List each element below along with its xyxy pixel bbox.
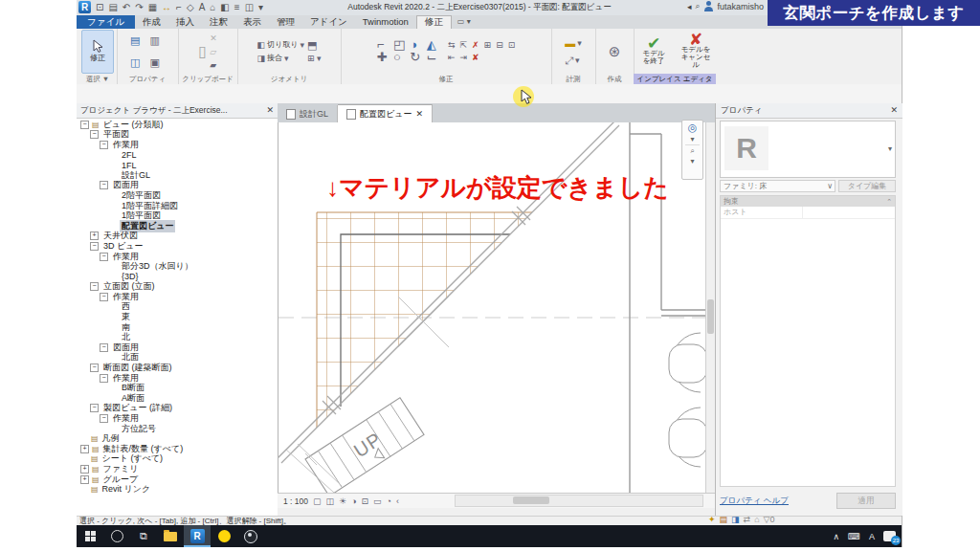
- tree-item[interactable]: 北: [77, 332, 278, 342]
- expander-icon[interactable]: −: [100, 343, 108, 352]
- tree-item[interactable]: 南: [77, 322, 278, 333]
- family-search-box[interactable]: ファミリ: 床 ∨: [720, 180, 835, 192]
- steering-wheel-icon[interactable]: ◎: [688, 121, 698, 134]
- paint-icon[interactable]: ⊞ ▾: [307, 53, 322, 64]
- apply-button[interactable]: 適用: [836, 493, 896, 509]
- obs-button[interactable]: [237, 525, 264, 547]
- tree-item[interactable]: −立面図 (立面): [77, 282, 278, 293]
- revit-taskbar-button[interactable]: R: [184, 525, 211, 547]
- expander-icon[interactable]: +: [80, 475, 89, 484]
- align-right-icon[interactable]: ⇥: [460, 52, 468, 63]
- start-button[interactable]: [77, 525, 103, 547]
- expander-icon[interactable]: +: [90, 231, 99, 240]
- tree-item[interactable]: ▤Revit リンク: [77, 484, 278, 495]
- tab-annotate[interactable]: 注釈: [202, 15, 235, 29]
- section-icon[interactable]: ◧: [220, 1, 229, 13]
- tree-item[interactable]: −断面図 (建築断面): [77, 363, 278, 373]
- close-icon[interactable]: ✕: [266, 103, 274, 118]
- array-icon[interactable]: ⇆: [448, 39, 456, 51]
- property-row[interactable]: ホスト: [721, 207, 895, 219]
- tab-manage[interactable]: 管理: [269, 15, 302, 29]
- tree-item[interactable]: B断面: [77, 383, 278, 393]
- dimension-icon[interactable]: ⤢: [565, 55, 573, 66]
- move-icon[interactable]: ✚: [377, 52, 389, 63]
- panel-measure-label[interactable]: 計測: [551, 74, 595, 84]
- tree-item[interactable]: −平面図: [77, 130, 278, 141]
- redo-icon[interactable]: ↷: [135, 1, 143, 13]
- undo-icon[interactable]: ↶: [122, 1, 130, 13]
- sync-icon[interactable]: ⊡: [96, 1, 103, 13]
- reveal-hidden-icon[interactable]: ‹: [396, 496, 399, 506]
- tag-icon[interactable]: ◇: [187, 1, 194, 13]
- tree-item[interactable]: 東: [77, 312, 278, 322]
- tree-item[interactable]: −作業用: [77, 140, 278, 150]
- join-geometry-button[interactable]: ◨ 接合 ▾: [257, 53, 304, 64]
- unpin-icon[interactable]: ⊟: [496, 39, 503, 51]
- view-tab-haichizu[interactable]: 配置図ビュー ✕: [338, 104, 433, 122]
- expander-icon[interactable]: −: [80, 121, 89, 129]
- expander-icon[interactable]: +: [80, 465, 89, 474]
- sun-path-icon[interactable]: ☀: [339, 496, 346, 506]
- tab-architecture[interactable]: 作成: [135, 15, 168, 29]
- recording-app-button[interactable]: [211, 525, 237, 547]
- tree-item[interactable]: 1階平面図: [77, 210, 278, 221]
- tab-twinmotion[interactable]: Twinmotion: [355, 15, 416, 29]
- show-crop-icon[interactable]: ▭: [373, 496, 382, 506]
- panel-create-label[interactable]: 作成: [595, 74, 634, 84]
- worksets-icon[interactable]: ✦: [708, 514, 716, 525]
- scale-icon[interactable]: ⇱: [460, 39, 468, 51]
- search-button[interactable]: [103, 525, 130, 547]
- expander-icon[interactable]: −: [90, 404, 99, 412]
- tree-item[interactable]: −図面用: [77, 342, 278, 353]
- close-view-icon[interactable]: ✕: [415, 109, 423, 119]
- task-view-button[interactable]: ⧉: [130, 525, 157, 547]
- user-avatar-icon[interactable]: [703, 1, 713, 11]
- tree-item[interactable]: 2FL: [77, 150, 278, 161]
- properties-toggle-icon[interactable]: ▣: [150, 56, 166, 68]
- expander-icon[interactable]: −: [90, 364, 99, 372]
- create-group-icon[interactable]: ⊛: [609, 46, 621, 57]
- vertical-scrollbar[interactable]: [705, 122, 715, 493]
- panel-inplace-label[interactable]: インプレイス エディタ: [634, 74, 716, 84]
- properties-header[interactable]: プロパティ ✕: [716, 103, 902, 119]
- copy-to-clipboard-icon[interactable]: ▱: [210, 46, 217, 57]
- crop-view-icon[interactable]: ⊡: [362, 496, 369, 506]
- constraints-section[interactable]: 拘束 ⌃: [721, 196, 895, 207]
- tab-view[interactable]: 表示: [235, 15, 269, 29]
- editable-only-icon[interactable]: ◨: [731, 514, 740, 525]
- tab-addins[interactable]: アドイン: [302, 15, 355, 29]
- tab-file[interactable]: ファイル: [77, 15, 135, 29]
- panel-geometry-label[interactable]: ジオメトリ: [237, 74, 341, 84]
- paste-icon[interactable]: ▯: [198, 46, 207, 57]
- demolish-icon[interactable]: ✘: [472, 52, 479, 63]
- measure-icon[interactable]: ↔: [162, 1, 171, 13]
- press-drag-icon[interactable]: ⌂: [754, 514, 759, 525]
- measure-between-icon[interactable]: ▬: [565, 37, 575, 49]
- tree-item[interactable]: −作業用: [77, 292, 278, 302]
- horizontal-scrollbar[interactable]: [455, 495, 703, 507]
- pin-icon[interactable]: ⊞: [484, 39, 492, 51]
- tree-item[interactable]: −製図ビュー (詳細): [77, 404, 278, 414]
- tree-item[interactable]: 設計GL: [77, 170, 278, 181]
- expander-icon[interactable]: −: [90, 282, 99, 291]
- print-icon[interactable]: ▦: [148, 1, 157, 13]
- tab-modify[interactable]: 修正: [416, 15, 452, 29]
- chevron-down-icon[interactable]: ▾: [690, 157, 694, 165]
- notification-icon[interactable]: 23: [883, 531, 896, 541]
- default-3d-view-icon[interactable]: ⌂: [210, 1, 215, 13]
- edit-icon[interactable]: ⊡: [508, 39, 516, 51]
- cut-geometry-button[interactable]: ◧ 切り取り ▾: [257, 39, 304, 51]
- tree-item[interactable]: 部分3D（水回り）: [77, 261, 278, 272]
- keyboard-icon[interactable]: ⌨: [848, 532, 860, 541]
- match-type-icon[interactable]: ▰: [210, 59, 217, 71]
- type-properties-icon[interactable]: ▥: [150, 34, 166, 46]
- tree-item[interactable]: −3D ビュー: [77, 241, 278, 252]
- file-explorer-button[interactable]: [157, 525, 184, 547]
- type-selector[interactable]: R ▾: [720, 121, 896, 178]
- trim-icon[interactable]: ⌙: [427, 52, 438, 63]
- shadows-icon[interactable]: ◑: [351, 496, 356, 506]
- panel-select-label[interactable]: 選択 ▼: [78, 74, 117, 84]
- scale-button[interactable]: 1 : 100: [283, 496, 308, 506]
- thin-lines-icon[interactable]: ≡: [234, 1, 240, 13]
- exclude-options-icon[interactable]: ⇄: [744, 514, 751, 525]
